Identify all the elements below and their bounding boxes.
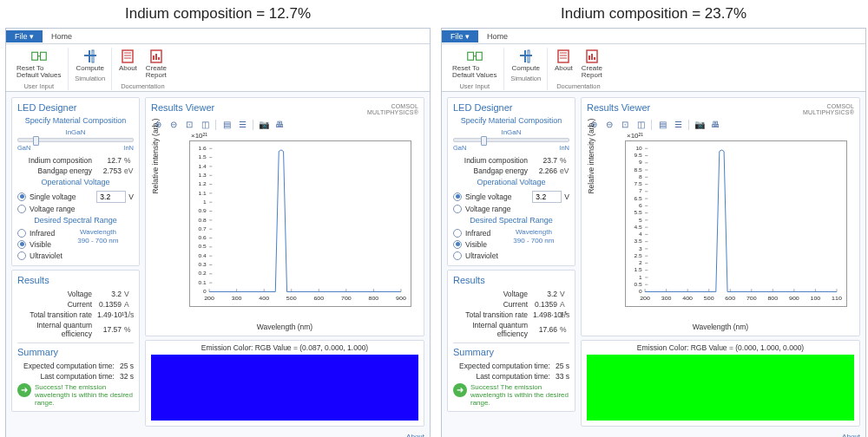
svg-text:6.5: 6.5 xyxy=(635,196,642,200)
legend-icon[interactable]: ☰ xyxy=(237,120,247,130)
spectral-infrared[interactable]: Infrared xyxy=(453,228,498,238)
radio-icon xyxy=(453,240,462,249)
report-button[interactable]: CreateReport xyxy=(578,48,606,82)
file-menu[interactable]: File ▾ xyxy=(442,30,478,42)
zoom-box-icon[interactable]: ◫ xyxy=(635,120,646,130)
snapshot-icon[interactable]: 📷 xyxy=(259,120,269,130)
svg-rect-3 xyxy=(89,50,90,62)
svg-text:0: 0 xyxy=(203,290,207,294)
svg-text:2: 2 xyxy=(639,261,642,265)
svg-text:8: 8 xyxy=(639,175,642,179)
spectral-ultraviolet[interactable]: Ultraviolet xyxy=(453,251,498,261)
spectral-ultraviolet[interactable]: Ultraviolet xyxy=(17,251,62,261)
zoom-fit-icon[interactable]: ⊡ xyxy=(184,120,194,130)
svg-text:1.3: 1.3 xyxy=(199,173,207,177)
single-voltage[interactable]: Single voltage V xyxy=(17,190,134,204)
about-button[interactable]: About xyxy=(115,48,141,82)
plot-area[interactable]: ×10²¹ Relative intensity (arb.) Waveleng… xyxy=(587,132,854,331)
compute-button[interactable]: Compute xyxy=(72,48,107,74)
slider-thumb[interactable] xyxy=(33,136,39,146)
emission-title: Emission Color: RGB Value = (0.087, 0.00… xyxy=(151,343,418,352)
success-icon: ➜ xyxy=(17,383,31,397)
about-link[interactable]: About xyxy=(6,432,430,437)
summary-title: Summary xyxy=(17,347,134,357)
svg-text:200: 200 xyxy=(640,296,650,301)
svg-text:7.5: 7.5 xyxy=(635,182,642,186)
composition-slider[interactable] xyxy=(453,138,569,142)
grid-icon[interactable]: ▤ xyxy=(221,120,232,130)
compute-button[interactable]: Compute xyxy=(508,48,542,74)
svg-text:110: 110 xyxy=(832,296,842,301)
svg-text:1.4: 1.4 xyxy=(199,164,207,168)
svg-text:6: 6 xyxy=(639,204,642,208)
plot-area[interactable]: ×10²¹ Relative intensity (arb.) Waveleng… xyxy=(151,132,418,331)
zoom-fit-icon[interactable]: ⊡ xyxy=(620,120,630,130)
about-icon xyxy=(120,49,135,63)
spectral-infrared[interactable]: Infrared xyxy=(17,228,62,238)
svg-text:500: 500 xyxy=(286,296,297,301)
svg-text:900: 900 xyxy=(396,296,406,301)
designer-title: LED Designer xyxy=(453,102,569,113)
emission-title: Emission Color: RGB Value = (0.000, 1.00… xyxy=(587,343,854,352)
success-text: Success! The emission wavelength is with… xyxy=(470,383,569,408)
legend-icon[interactable]: ☰ xyxy=(673,120,683,130)
radio-icon xyxy=(453,229,462,238)
spectral-title: Desired Spectral Range xyxy=(453,216,569,225)
about-link[interactable]: About xyxy=(442,432,865,437)
print-icon[interactable]: 🖶 xyxy=(710,120,720,130)
svg-rect-63 xyxy=(467,53,473,61)
svg-text:9: 9 xyxy=(639,160,642,165)
svg-text:800: 800 xyxy=(369,296,379,301)
svg-text:300: 300 xyxy=(661,296,672,301)
app-window: File ▾ Home Reset ToDefault ValuesUser I… xyxy=(5,28,431,437)
tab-home[interactable]: Home xyxy=(43,30,81,42)
brand-logo: COMSOLMULTIPHYSICS® xyxy=(803,103,854,115)
svg-text:200: 200 xyxy=(204,296,214,301)
print-icon[interactable]: 🖶 xyxy=(274,120,285,130)
spec-title: Specify Material Composition xyxy=(453,116,569,125)
reset-button[interactable]: Reset ToDefault Values xyxy=(13,48,64,82)
zoom-box-icon[interactable]: ◫ xyxy=(200,120,210,130)
plot-toolbar: ⊕⊖⊡◫▤☰📷🖶 xyxy=(153,120,418,130)
spectral-visible[interactable]: Visible xyxy=(17,239,62,250)
single-voltage[interactable]: Single voltage V xyxy=(453,190,569,204)
svg-text:3.5: 3.5 xyxy=(635,239,642,244)
voltage-input[interactable] xyxy=(532,191,562,203)
zoom-out-icon[interactable]: ⊖ xyxy=(168,120,179,130)
report-button[interactable]: CreateReport xyxy=(142,48,170,82)
svg-text:800: 800 xyxy=(767,296,778,301)
svg-text:900: 900 xyxy=(789,296,799,301)
zoom-out-icon[interactable]: ⊖ xyxy=(604,120,615,130)
svg-text:400: 400 xyxy=(259,296,269,301)
svg-text:0: 0 xyxy=(639,290,643,294)
voltage-range[interactable]: Voltage range xyxy=(453,204,569,214)
svg-rect-5 xyxy=(122,50,133,62)
spectral-visible[interactable]: Visible xyxy=(453,239,498,250)
opvolt-title: Operational Voltage xyxy=(17,178,134,186)
svg-text:5: 5 xyxy=(639,218,642,222)
composition-slider[interactable] xyxy=(17,138,134,142)
compute-icon xyxy=(518,49,534,63)
spec-title: Specify Material Composition xyxy=(17,116,134,125)
about-button[interactable]: About xyxy=(551,48,576,82)
svg-text:3: 3 xyxy=(639,246,642,251)
radio-icon xyxy=(17,240,26,249)
panel-heading: Indium composition = 23.7% xyxy=(441,5,866,23)
plot-toolbar: ⊕⊖⊡◫▤☰📷🖶 xyxy=(589,120,854,130)
grid-icon[interactable]: ▤ xyxy=(657,120,667,130)
summary-title: Summary xyxy=(453,347,569,357)
voltage-input[interactable] xyxy=(96,191,126,203)
reset-button[interactable]: Reset ToDefault Values xyxy=(449,48,500,82)
slider-thumb[interactable] xyxy=(481,136,487,146)
svg-text:4.5: 4.5 xyxy=(635,225,642,229)
results-title: Results xyxy=(453,275,569,285)
alloy-label: InGaN xyxy=(17,128,134,136)
voltage-range[interactable]: Voltage range xyxy=(17,204,134,214)
svg-text:1: 1 xyxy=(203,199,207,204)
tab-home[interactable]: Home xyxy=(478,30,516,42)
designer-title: LED Designer xyxy=(17,102,134,113)
svg-rect-68 xyxy=(558,50,569,62)
report-icon xyxy=(148,49,164,63)
file-menu[interactable]: File ▾ xyxy=(6,30,43,42)
snapshot-icon[interactable]: 📷 xyxy=(694,120,705,130)
